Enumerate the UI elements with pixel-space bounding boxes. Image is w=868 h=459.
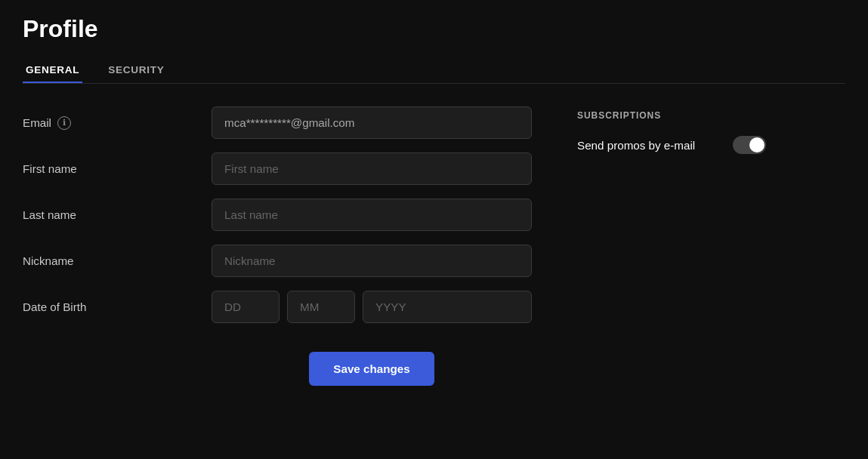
dob-label: Date of Birth — [23, 300, 212, 313]
email-row: Email ℹ — [23, 106, 532, 139]
email-info-icon[interactable]: ℹ — [57, 116, 71, 130]
first-name-row: First name — [23, 152, 532, 185]
email-input[interactable] — [212, 106, 532, 139]
last-name-row: Last name — [23, 199, 532, 231]
nickname-row: Nickname — [23, 245, 532, 277]
first-name-input[interactable] — [212, 152, 532, 185]
last-name-label: Last name — [23, 208, 212, 221]
dob-row: Date of Birth — [23, 291, 532, 323]
nickname-label: Nickname — [23, 254, 212, 267]
dob-day-input[interactable] — [212, 291, 280, 323]
last-name-input[interactable] — [212, 199, 532, 231]
form-section: Email ℹ First name Last name Nickname — [23, 106, 532, 386]
nickname-input[interactable] — [212, 245, 532, 277]
subscription-row: Send promos by e-mail — [577, 136, 766, 154]
send-promos-toggle[interactable] — [733, 136, 766, 154]
tabs-bar: GENERAL SECURITY — [23, 58, 845, 84]
content-area: Email ℹ First name Last name Nickname — [23, 106, 845, 386]
email-label: Email ℹ — [23, 116, 212, 130]
subscriptions-title: SUBSCRIPTIONS — [577, 110, 766, 121]
send-promos-label: Send promos by e-mail — [577, 139, 695, 152]
page-title: Profile — [23, 15, 845, 43]
subscriptions-sidebar: SUBSCRIPTIONS Send promos by e-mail — [577, 106, 766, 386]
dob-year-input[interactable] — [363, 291, 532, 323]
tab-general[interactable]: GENERAL — [23, 58, 82, 83]
dob-month-input[interactable] — [287, 291, 355, 323]
first-name-label: First name — [23, 162, 212, 175]
save-button[interactable]: Save changes — [309, 352, 434, 386]
dob-container — [212, 291, 532, 323]
toggle-knob — [749, 137, 765, 152]
tab-security[interactable]: SECURITY — [105, 58, 167, 83]
save-row: Save changes — [23, 352, 532, 386]
